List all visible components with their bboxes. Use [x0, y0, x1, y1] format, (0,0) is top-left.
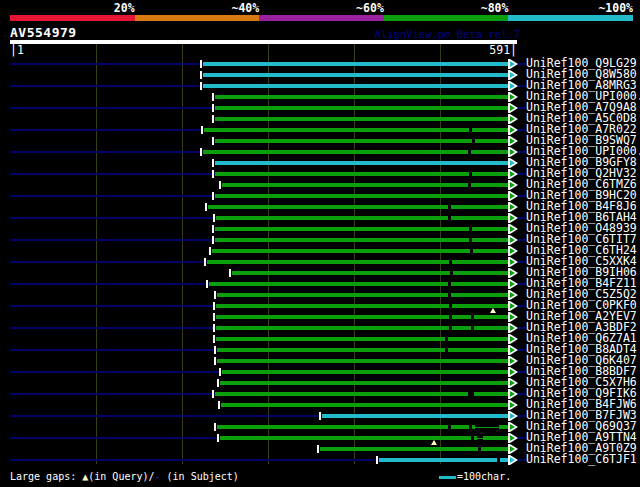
arrow-head-fill [510, 226, 515, 232]
alignment-bar [215, 161, 510, 165]
alignment-bar [232, 271, 510, 275]
subject-gap-mark [449, 304, 452, 308]
alignment-start-tick [212, 225, 214, 233]
alignment-bar [220, 381, 510, 385]
arrow-head-fill [510, 116, 515, 122]
alignment-start-tick [317, 445, 319, 453]
alignment-bar [215, 117, 511, 121]
alignment-start-tick [212, 236, 214, 244]
alignment-start-tick [219, 181, 221, 189]
arrow-head-fill [510, 237, 515, 243]
arrow-head-fill [510, 105, 515, 111]
alignment-start-tick [376, 456, 378, 464]
arrow-head-fill [510, 94, 515, 100]
arrow-head-fill [510, 369, 515, 375]
alignment-bar [204, 128, 510, 132]
arrow-head-fill [510, 270, 515, 276]
alignment-start-tick [229, 269, 231, 277]
alignment-start-tick [200, 71, 202, 79]
alignment-start-tick [201, 126, 203, 134]
alignment-start-tick [212, 137, 214, 145]
arrow-head-fill [510, 127, 515, 133]
alignment-start-tick [219, 368, 221, 376]
alignment-start-tick [212, 104, 214, 112]
subject-gap-mark [445, 348, 448, 352]
alignment-bar [217, 359, 510, 363]
arrow-head-fill [510, 160, 515, 166]
arrow-head-fill [510, 435, 515, 441]
alignment-start-tick [213, 335, 215, 343]
hundred-char-scale-chip [439, 476, 456, 479]
alignment-start-tick [214, 346, 216, 354]
subject-gap-mark [449, 260, 452, 264]
alignment-start-tick [212, 390, 214, 398]
alignment-bar [320, 447, 510, 451]
alignment-start-tick [319, 412, 321, 420]
alignment-bar [215, 95, 511, 99]
alignment-bar [203, 73, 510, 77]
arrow-head-fill [510, 303, 515, 309]
subject-gap-mark [470, 249, 473, 253]
alignment-bar [217, 293, 510, 297]
legend: Large gaps: ▲(in Query)/- (in Subject) [10, 471, 239, 483]
alignment-bar [216, 216, 510, 220]
arrow-head-fill [510, 83, 515, 89]
alignment-start-tick [213, 313, 215, 321]
arrow-head-fill [510, 72, 515, 78]
alignment-bar [215, 392, 510, 396]
query-gap-triangle-icon [431, 440, 437, 445]
alignment-start-tick [213, 302, 215, 310]
alignment-bar [215, 106, 511, 110]
alignment-start-tick [217, 379, 219, 387]
arrow-head-fill [510, 380, 515, 386]
arrow-head-fill [510, 215, 515, 221]
subject-gap-mark [469, 425, 472, 429]
alignment-start-tick [200, 60, 202, 68]
alignment-bar [203, 150, 510, 154]
arrow-head-fill [510, 61, 515, 67]
alignment-start-tick [212, 192, 214, 200]
alignment-bar [222, 370, 510, 374]
alignment-bar [217, 348, 510, 352]
arrow-head-fill [510, 391, 515, 397]
subject-gap-mark [469, 238, 472, 242]
subject-gap-mark [471, 326, 474, 330]
subject-gap-mark [448, 205, 451, 209]
subject-gap-mark [469, 227, 472, 231]
alignment-start-tick [212, 170, 214, 178]
subject-gap-mark [497, 458, 500, 462]
alignment-start-tick [214, 291, 216, 299]
alignment-bar [215, 238, 510, 242]
subject-gap-mark [448, 216, 451, 220]
subject-gap-mark [445, 337, 448, 341]
alignment-start-tick [217, 434, 219, 442]
alignment-bar [216, 337, 510, 341]
alignment-start-tick [212, 159, 214, 167]
legend-subject-text: (in Subject) [161, 471, 239, 482]
alignment-bar [203, 84, 510, 88]
alignment-plot: UniRef100_Q9LG29UniRef100_Q8W580UniRef10… [0, 0, 640, 487]
alignment-start-tick [205, 203, 207, 211]
alignment-bar [207, 260, 510, 264]
arrow-head-fill [510, 171, 515, 177]
subject-gap-mark [448, 293, 451, 297]
alignment-bar [215, 172, 511, 176]
alignment-start-tick [212, 93, 214, 101]
arrow-head-fill [510, 424, 515, 430]
alignment-bar [217, 425, 510, 429]
alignment-bar [215, 139, 511, 143]
alignment-bar [221, 403, 510, 407]
arrow-head-fill [510, 457, 515, 463]
arrow-head-fill [510, 358, 515, 364]
alignment-start-tick [218, 401, 220, 409]
alignment-start-tick [200, 82, 202, 90]
arrow-head-fill [510, 259, 515, 265]
alignment-start-tick [209, 247, 211, 255]
alignment-bar [222, 183, 510, 187]
arrow-head-fill [510, 325, 515, 331]
alignment-bar [216, 326, 510, 330]
arrow-head-fill [510, 314, 515, 320]
hit-label[interactable]: UniRef100_C6TJF1 [526, 454, 637, 465]
subject-gap-mark [468, 183, 471, 187]
subject-gap-mark [448, 425, 451, 429]
